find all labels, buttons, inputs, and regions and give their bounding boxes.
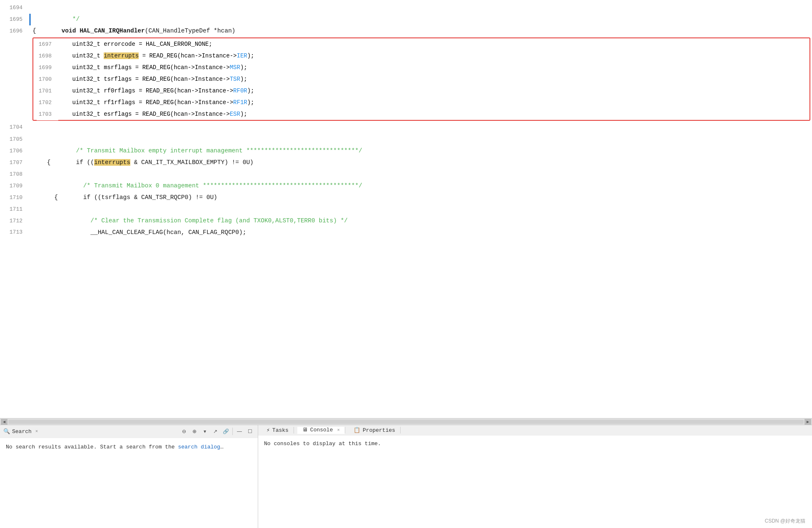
tasks-tab[interactable]: ⚡ Tasks [262,427,294,433]
line-num-1707: 1707 [0,157,29,169]
console-panel: ⚡ Tasks 🖥 Console × 📋 Properties No cons… [258,425,812,528]
member-msr: MSR [230,64,240,71]
red-box-line-1703: 1703 uint32_t esrflags = READ_REG(hcan->… [33,108,810,120]
code-text: uint32_t tsrflags = READ_REG(hcan->Insta… [58,73,247,85]
member-esr: ESR [230,111,240,117]
code-line-1712: 1712 __HAL_CAN_CLEAR_FLAG(hcan, CAN_FLAG… [0,215,812,227]
panels-container: 🔍 Search × ⊖ ⊕ ▾ ↗ 🔗 — ☐ [0,425,812,528]
bottom-panel: 🔍 Search × ⊖ ⊕ ▾ ↗ 🔗 — ☐ [0,425,812,528]
line-num-1699: 1699 [37,62,58,74]
code-line-1705: 1705 /* Transmit Mailbox empty interrupt… [0,133,812,145]
line-num-1694: 1694 [0,2,29,14]
line-gutter-1704 [29,122,32,133]
line-num-1700: 1700 [37,74,58,85]
toolbar-btn-2[interactable]: ⊕ [190,427,199,436]
horizontal-scrollbar[interactable]: ◀ ▶ [0,418,812,425]
console-content: No consoles to display at this time. [258,436,812,452]
search-panel-header: 🔍 Search × ⊖ ⊕ ▾ ↗ 🔗 — ☐ [0,425,258,438]
code-line-1709: 1709 if ((tsrflags & CAN_TSR_RQCP0) != 0… [0,180,812,192]
properties-icon: 📋 [354,427,360,433]
search-no-results-text: No search results available. Start a sea… [6,444,178,450]
code-line-1710: 1710 { [0,192,812,203]
line-content-1710: { [32,192,812,203]
console-icon: 🖥 [302,427,308,433]
properties-tab-label: Properties [363,427,395,433]
code-text: uint32_t rf0rflags = READ_REG(hcan->Inst… [58,85,254,97]
code-line-1696: 1696 { [0,25,812,37]
code-line-1707: 1707 { [0,157,812,168]
toolbar-btn-1[interactable]: ⊖ [179,427,189,436]
line-num-1697: 1697 [37,39,58,50]
scroll-right-button[interactable]: ▶ [805,419,811,425]
red-box-line-1699: 1699 uint32_t msrflags = READ_REG(hcan->… [33,62,810,73]
code-text: uint32_t errorcode = HAL_CAN_ERROR_NONE; [58,38,212,50]
code-content[interactable]: 1694 */ 1695 void HAL_CAN_IRQHandler(CAN… [0,0,812,418]
properties-tab[interactable]: 📋 Properties [349,427,401,433]
line-num-1712: 1712 [0,215,29,227]
scroll-left-button[interactable]: ◀ [1,419,7,425]
red-box-container: 1697 uint32_t errorcode = HAL_CAN_ERROR_… [0,37,812,121]
console-tab-close[interactable]: × [337,428,340,433]
code-line-1704: 1704 [0,122,812,133]
red-box-line-1700: 1700 uint32_t tsrflags = READ_REG(hcan->… [33,73,810,85]
red-box-line-1698: 1698 uint32_t interrupts = READ_REG(hcan… [33,50,810,62]
line-gutter-1705 [29,134,32,145]
line-gutter-1709 [29,180,32,192]
code-line-1706: 1706 if ((interrupts & CAN_IT_TX_MAILBOX… [0,145,812,157]
code-text: __HAL_CAN_CLEAR_FLAG(hcan, CAN_FLAG_RQCP… [62,229,247,236]
console-tab-label: Console [310,427,333,433]
line-num-1702: 1702 [37,97,58,109]
toolbar-btn-3[interactable]: ▾ [200,427,209,436]
toolbar-btn-7[interactable]: ☐ [245,427,254,436]
member-rf1r: RF1R [233,99,247,106]
code-text: uint32_t esrflags = READ_REG(hcan->Insta… [58,108,247,120]
search-tab-close[interactable]: × [35,429,38,434]
search-toolbar: ⊖ ⊕ ▾ ↗ 🔗 — ☐ [179,427,254,436]
toolbar-btn-5[interactable]: 🔗 [221,427,230,436]
console-no-display-text: No consoles to display at this time. [264,441,381,447]
code-text: uint32_t interrupts = READ_REG(hcan->Ins… [58,50,254,62]
highlight-interrupts-1698: interrupts [104,52,139,59]
scrollbar-track[interactable] [8,420,804,424]
console-panel-header: ⚡ Tasks 🖥 Console × 📋 Properties [258,425,812,436]
code-line-1695: 1695 void HAL_CAN_IRQHandler(CAN_HandleT… [0,13,812,25]
code-text: uint32_t rf1rflags = READ_REG(hcan->Inst… [58,97,254,108]
line-num-1706: 1706 [0,145,29,157]
line-num-1708: 1708 [0,169,29,180]
member-tsr: TSR [230,76,240,82]
red-box-region: 1697 uint32_t errorcode = HAL_CAN_ERROR_… [32,37,810,121]
toolbar-btn-6[interactable]: — [235,427,244,436]
code-line-1711: 1711 /* Clear the Transmission Complete … [0,203,812,215]
red-box-line-1702: 1702 uint32_t rf1rflags = READ_REG(hcan-… [33,97,810,108]
line-gutter-1707 [29,157,32,169]
search-dialog-link[interactable]: search dialog [178,444,220,450]
watermark: CSDN @好奇龙猫 [765,518,805,525]
toolbar-btn-4[interactable]: ↗ [211,427,220,436]
line-content-1712: __HAL_CAN_CLEAR_FLAG(hcan, CAN_FLAG_RQCP… [32,215,812,250]
line-content-1696: { [32,25,812,37]
line-num-1709: 1709 [0,180,29,192]
line-num-1695: 1695 [0,14,29,25]
member-ier: IER [237,52,247,59]
line-num-1701: 1701 [37,85,58,97]
line-num-1705: 1705 [0,134,29,145]
member-rf0r: RF0R [233,87,247,94]
line-gutter-1696 [29,25,32,37]
line-num-1713: 1713 [0,227,29,238]
line-num-1704: 1704 [0,122,29,133]
tasks-icon: ⚡ [267,427,270,433]
code-editor: 1694 */ 1695 void HAL_CAN_IRQHandler(CAN… [0,0,812,425]
line-num-1698: 1698 [37,50,58,62]
line-gutter-1712 [29,215,32,227]
search-content: No search results available. Start a sea… [0,438,258,457]
console-tab[interactable]: 🖥 Console × [297,427,345,434]
line-num-1711: 1711 [0,204,29,215]
line-gutter-1713 [29,227,32,238]
line-num-1710: 1710 [0,192,29,204]
code-line-1694: 1694 */ [0,2,812,13]
red-box-line-1701: 1701 uint32_t rf0rflags = READ_REG(hcan-… [33,85,810,97]
line-gutter-1695 [29,14,32,25]
code-line-1708: 1708 /* Transmit Mailbox 0 management **… [0,168,812,180]
line-gutter-1706 [29,145,32,157]
search-tab[interactable]: 🔍 Search × [3,428,38,435]
